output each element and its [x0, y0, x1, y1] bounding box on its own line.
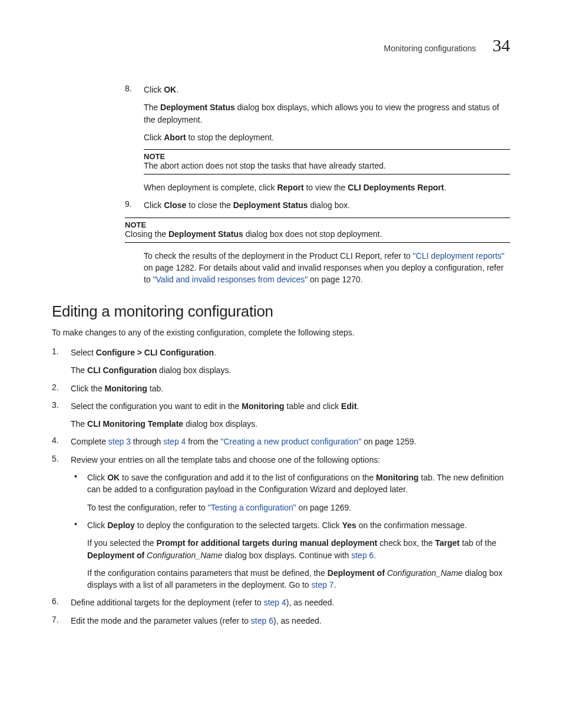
step-4: 4. Complete step 3 through step 4 from t…: [52, 436, 510, 447]
link-step7[interactable]: step 7: [312, 580, 334, 589]
step-text: Select Configure > CLI Configuration.: [71, 347, 510, 358]
section-heading: Editing a monitoring configuration: [52, 302, 510, 321]
step-number: 3.: [52, 400, 59, 410]
step-text: Click Close to close the Deployment Stat…: [144, 199, 510, 211]
bullet-text: Click Deploy to deploy the configuration…: [87, 519, 510, 531]
step-body: When deployment is complete, click Repor…: [144, 182, 510, 193]
step-number: 4.: [52, 436, 59, 445]
step-body: The CLI Configuration dialog box display…: [71, 364, 510, 376]
bullet-body: If you selected the Prompt for additiona…: [87, 537, 510, 561]
step-8: 8. Click OK. The Deployment Status dialo…: [125, 84, 510, 193]
step-9: 9. Click Close to close the Deployment S…: [125, 199, 510, 285]
link-testing-config[interactable]: "Testing a configuration": [208, 503, 296, 512]
step-3: 3. Select the configuration you want to …: [52, 400, 510, 430]
page: Monitoring configurations 34 8. Click OK…: [0, 0, 562, 728]
bullet-item: Click Deploy to deploy the configuration…: [71, 519, 510, 591]
step-text: Click the Monitoring tab.: [71, 383, 510, 394]
step-number: 6.: [52, 597, 59, 606]
step-text: Click OK.: [144, 84, 510, 95]
link-step4[interactable]: step 4: [163, 437, 186, 446]
bullet-text: Click OK to save the configuration and a…: [87, 472, 510, 496]
step-text: Define additional targets for the deploy…: [71, 597, 510, 608]
step-number: 2.: [52, 383, 59, 392]
step-6: 6. Define additional targets for the dep…: [52, 597, 510, 608]
step-text: Review your entries on all the template …: [71, 454, 510, 466]
step-2: 2. Click the Monitoring tab.: [52, 383, 510, 394]
link-step4-ref[interactable]: step 4: [264, 598, 286, 607]
step-body: The Deployment Status dialog box display…: [144, 101, 510, 126]
step-body: The CLI Monitoring Template dialog box d…: [71, 418, 510, 430]
bullet-body: If the configuration contains parameters…: [87, 567, 510, 591]
bullet-list: Click OK to save the configuration and a…: [71, 472, 510, 591]
running-head: Monitoring configurations 34: [52, 35, 510, 55]
bullet-body: To test the configuration, refer to "Tes…: [87, 502, 510, 513]
step-number: 7.: [52, 615, 59, 624]
running-title: Monitoring configurations: [384, 44, 476, 53]
link-cli-deployment-reports[interactable]: "CLI deployment reports": [413, 251, 504, 261]
steps-continued: 8. Click OK. The Deployment Status dialo…: [125, 84, 510, 286]
note-text: Closing the Deployment Status dialog box…: [125, 229, 510, 239]
step-body: To check the results of the deployment i…: [144, 250, 510, 286]
step-number: 8.: [125, 84, 132, 93]
step-number: 9.: [125, 199, 132, 209]
link-step6[interactable]: step 6: [351, 551, 373, 560]
link-step3[interactable]: step 3: [108, 437, 131, 446]
content: 8. Click OK. The Deployment Status dialo…: [125, 84, 510, 627]
link-step6-ref[interactable]: step 6: [251, 616, 273, 625]
step-text: Complete step 3 through step 4 from the …: [71, 436, 510, 447]
step-7: 7. Edit the mode and the parameter value…: [52, 615, 510, 627]
section-intro: To make changes to any of the existing c…: [52, 327, 510, 338]
step-text: Edit the mode and the parameter values (…: [71, 615, 510, 627]
note-text: The abort action does not stop the tasks…: [144, 161, 510, 170]
steps-editing: 1. Select Configure > CLI Configuration.…: [52, 347, 510, 627]
step-5: 5. Review your entries on all the templa…: [52, 454, 510, 591]
note-label: NOTE: [125, 220, 510, 229]
note-block: NOTE The abort action does not stop the …: [144, 149, 510, 174]
note-label: NOTE: [144, 152, 510, 161]
link-valid-invalid-responses[interactable]: "Valid and invalid responses from device…: [153, 275, 308, 284]
chapter-number: 34: [492, 35, 510, 55]
step-1: 1. Select Configure > CLI Configuration.…: [52, 347, 510, 377]
step-number: 1.: [52, 347, 59, 356]
step-number: 5.: [52, 454, 59, 463]
step-body: Click Abort to stop the deployment.: [144, 131, 510, 143]
note-block: NOTE Closing the Deployment Status dialo…: [125, 218, 510, 243]
link-creating-new-config[interactable]: "Creating a new product configuration": [221, 437, 362, 446]
bullet-item: Click OK to save the configuration and a…: [71, 472, 510, 513]
step-text: Select the configuration you want to edi…: [71, 400, 510, 412]
